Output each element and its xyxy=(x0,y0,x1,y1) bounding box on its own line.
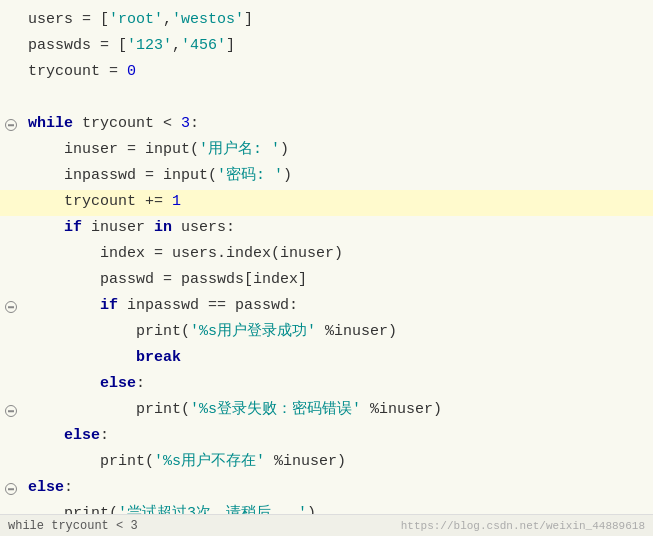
token: 0 xyxy=(127,63,136,80)
gutter-cell xyxy=(0,450,22,476)
status-left: while trycount < 3 xyxy=(8,519,138,533)
token: : xyxy=(136,375,145,392)
token: inuser xyxy=(82,219,154,236)
code-text: while trycount < 3: xyxy=(22,112,653,138)
gutter-cell xyxy=(0,216,22,242)
code-text: if inuser in users: xyxy=(22,216,653,242)
gutter-cell xyxy=(0,398,22,424)
code-line: else: xyxy=(0,372,653,398)
token: '123' xyxy=(127,37,172,54)
token xyxy=(28,427,64,444)
token: , xyxy=(163,11,172,28)
gutter-cell xyxy=(0,268,22,294)
token: : xyxy=(190,115,199,132)
token: 1 xyxy=(172,193,181,210)
code-line: else: xyxy=(0,424,653,450)
code-text: else: xyxy=(22,424,653,450)
code-text: passwds = ['123','456'] xyxy=(22,34,653,60)
code-line: break xyxy=(0,346,653,372)
gutter-cell xyxy=(0,86,22,112)
watermark: https://blog.csdn.net/weixin_44889618 xyxy=(401,520,645,532)
code-line: else: xyxy=(0,476,653,502)
code-text: users = ['root','westos'] xyxy=(22,8,653,34)
token: trycount += xyxy=(28,193,172,210)
token: inuser = input( xyxy=(28,141,199,158)
token: print( xyxy=(28,453,154,470)
code-text: else: xyxy=(22,476,653,502)
code-text: print('%s用户登录成功' %inuser) xyxy=(22,320,653,346)
token: '%s用户不存在' xyxy=(154,453,265,470)
token: '密码: ' xyxy=(217,167,283,184)
token: print( xyxy=(28,401,190,418)
token: trycount = xyxy=(28,63,127,80)
code-text: index = users.index(inuser) xyxy=(22,242,653,268)
token: 'westos' xyxy=(172,11,244,28)
token: '用户名: ' xyxy=(199,141,280,158)
code-line: if inpasswd == passwd: xyxy=(0,294,653,320)
gutter-cell xyxy=(0,320,22,346)
token: else xyxy=(100,375,136,392)
fold-icon[interactable] xyxy=(5,405,17,417)
fold-icon[interactable] xyxy=(5,119,17,131)
code-editor: users = ['root','westos']passwds = ['123… xyxy=(0,0,653,536)
code-text: passwd = passwds[index] xyxy=(22,268,653,294)
gutter-cell xyxy=(0,372,22,398)
code-line: trycount = 0 xyxy=(0,60,653,86)
gutter-cell xyxy=(0,8,22,34)
code-line: inpasswd = input('密码: ') xyxy=(0,164,653,190)
code-line: print('%s用户不存在' %inuser) xyxy=(0,450,653,476)
code-line: passwd = passwds[index] xyxy=(0,268,653,294)
code-text xyxy=(22,86,653,112)
token: ] xyxy=(226,37,235,54)
token: %inuser) xyxy=(265,453,346,470)
token: '%s登录失败：密码错误' xyxy=(190,401,361,418)
token: users: xyxy=(172,219,235,236)
gutter-cell xyxy=(0,164,22,190)
token xyxy=(28,349,136,366)
token: , xyxy=(172,37,181,54)
code-line xyxy=(0,86,653,112)
fold-icon[interactable] xyxy=(5,301,17,313)
token: break xyxy=(136,349,181,366)
token: %inuser) xyxy=(316,323,397,340)
code-text: inuser = input('用户名: ') xyxy=(22,138,653,164)
token: else xyxy=(64,427,100,444)
token: '%s用户登录成功' xyxy=(190,323,316,340)
token: ) xyxy=(283,167,292,184)
token: inpasswd = input( xyxy=(28,167,217,184)
token: if xyxy=(64,219,82,236)
token: ] xyxy=(244,11,253,28)
code-text: trycount += 1 xyxy=(22,190,653,216)
status-bar: while trycount < 3 https://blog.csdn.net… xyxy=(0,514,653,536)
token: passwd = passwds[index] xyxy=(28,271,307,288)
gutter-cell xyxy=(0,346,22,372)
fold-icon[interactable] xyxy=(5,483,17,495)
code-line: passwds = ['123','456'] xyxy=(0,34,653,60)
gutter-cell xyxy=(0,190,22,216)
code-text: else: xyxy=(22,372,653,398)
token: passwds = [ xyxy=(28,37,127,54)
token: else xyxy=(28,479,64,496)
code-line: trycount += 1 xyxy=(0,190,653,216)
token: index = users.index(inuser) xyxy=(28,245,343,262)
code-text: print('%s用户不存在' %inuser) xyxy=(22,450,653,476)
token: inpasswd == passwd: xyxy=(118,297,298,314)
code-line: while trycount < 3: xyxy=(0,112,653,138)
token: '456' xyxy=(181,37,226,54)
token xyxy=(28,297,100,314)
token: : xyxy=(100,427,109,444)
code-line: print('%s登录失败：密码错误' %inuser) xyxy=(0,398,653,424)
code-text: trycount = 0 xyxy=(22,60,653,86)
token: %inuser) xyxy=(361,401,442,418)
token: print( xyxy=(28,323,190,340)
token: ) xyxy=(280,141,289,158)
token: trycount < xyxy=(73,115,181,132)
gutter-cell xyxy=(0,112,22,138)
code-text: break xyxy=(22,346,653,372)
token: users = [ xyxy=(28,11,109,28)
code-line: index = users.index(inuser) xyxy=(0,242,653,268)
gutter-cell xyxy=(0,242,22,268)
gutter-cell xyxy=(0,34,22,60)
token: while xyxy=(28,115,73,132)
gutter-cell xyxy=(0,424,22,450)
